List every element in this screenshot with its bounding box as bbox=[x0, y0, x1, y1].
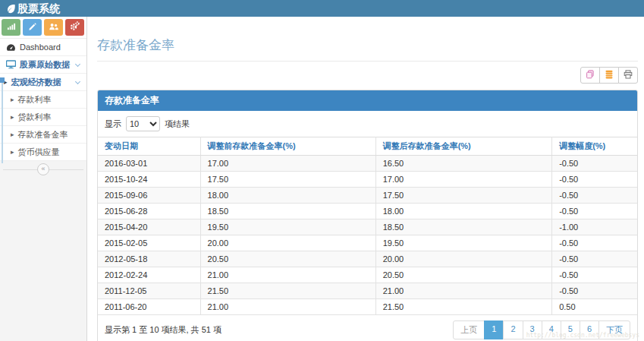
table-cell: -0.50 bbox=[552, 267, 637, 283]
chart-bars-icon bbox=[7, 22, 16, 33]
results-info-label: 显示第 1 至 10 项结果, 共 51 项 bbox=[105, 324, 221, 336]
table-cell: 21.00 bbox=[200, 267, 375, 283]
settings-shortcut-button[interactable] bbox=[65, 19, 84, 36]
sidebar-item-dashboard[interactable]: Dashboard bbox=[0, 39, 86, 56]
table-cell: 2012-02-24 bbox=[98, 267, 200, 283]
table-cell: 0.50 bbox=[552, 299, 637, 315]
table-row: 2015-04-2019.5018.50-1.00 bbox=[98, 219, 637, 235]
edit-shortcut-button[interactable] bbox=[23, 19, 42, 36]
print-button[interactable] bbox=[618, 67, 638, 84]
table-cell: 21.00 bbox=[200, 299, 375, 315]
column-header[interactable]: 变动日期 bbox=[98, 137, 200, 156]
column-header[interactable]: 调整后存款准备金率(%) bbox=[375, 137, 551, 156]
sidebar-subitem-存款准备金率[interactable]: ▸存款准备金率 bbox=[0, 126, 86, 144]
sidebar-subitem-贷款利率[interactable]: ▸贷款利率 bbox=[0, 109, 86, 126]
table-body: 2016-03-0117.0016.50-0.502015-10-2417.50… bbox=[98, 156, 637, 315]
sidebar-subitem-label: 贷款利率 bbox=[18, 112, 52, 123]
sidebar-collapse-row: « bbox=[0, 161, 86, 178]
page-title: 存款准备金率 bbox=[97, 36, 638, 62]
sidebar-item-label: 股票原始数据 bbox=[20, 59, 70, 71]
main-content: 存款准备金率 存款准备金率 显示 10 项结果 变动日期调整前存款准备金率(%)… bbox=[87, 17, 644, 341]
topbar: 股票系统 bbox=[0, 0, 644, 17]
table-cell: -0.50 bbox=[552, 188, 637, 204]
table-cell: 2015-02-05 bbox=[98, 235, 200, 251]
table-cell: 18.00 bbox=[200, 188, 375, 204]
table-cell: -0.50 bbox=[552, 283, 637, 299]
chevron-down-icon bbox=[75, 78, 80, 84]
table-cell: 16.50 bbox=[375, 156, 551, 172]
table-cell: 17.00 bbox=[375, 172, 551, 188]
pagination-page-button-2[interactable]: 2 bbox=[503, 320, 523, 339]
table-row: 2012-02-2421.0020.50-0.50 bbox=[98, 267, 637, 283]
sidebar-item-macro-data[interactable]: ▸ 宏观经济数据 bbox=[0, 74, 86, 91]
page-length-select[interactable]: 10 bbox=[126, 116, 160, 131]
chart-shortcut-button[interactable] bbox=[2, 19, 20, 36]
caret-right-icon: ▸ bbox=[11, 148, 14, 156]
chevron-down-icon bbox=[75, 61, 80, 66]
leaf-icon bbox=[6, 4, 16, 14]
sidebar-subitem-label: 存款利率 bbox=[18, 94, 52, 106]
table-cell: 2015-06-28 bbox=[98, 204, 200, 219]
copy-button[interactable] bbox=[580, 67, 600, 84]
sidebar-collapse-button[interactable]: « bbox=[37, 163, 49, 175]
column-header[interactable]: 调整幅度(%) bbox=[552, 137, 637, 156]
sidebar-shortcuts bbox=[0, 17, 86, 39]
tree-guide-marker bbox=[0, 77, 5, 83]
table-row: 2015-06-2818.5018.00-0.50 bbox=[98, 204, 637, 219]
pagination-prev-button[interactable]: 上页 bbox=[453, 320, 485, 339]
tree-guide-line bbox=[2, 80, 3, 163]
table-row: 2016-03-0117.0016.50-0.50 bbox=[98, 156, 637, 172]
table-cell: 18.00 bbox=[375, 204, 551, 219]
table-cell: 17.50 bbox=[200, 172, 375, 188]
page-length-control: 显示 10 项结果 bbox=[98, 111, 637, 137]
table-cell: 18.50 bbox=[375, 219, 551, 235]
sidebar-item-stock-raw-data[interactable]: 股票原始数据 bbox=[0, 56, 86, 74]
table-cell: 21.00 bbox=[375, 283, 551, 299]
table-header-row: 变动日期调整前存款准备金率(%)调整后存款准备金率(%)调整幅度(%) bbox=[98, 137, 637, 156]
table-cell: 17.00 bbox=[200, 156, 375, 172]
users-shortcut-button[interactable] bbox=[44, 19, 63, 36]
dashboard-icon bbox=[5, 43, 17, 52]
table-row: 2011-06-2021.0021.500.50 bbox=[98, 299, 637, 315]
table-cell: -1.00 bbox=[552, 219, 637, 235]
table-cell: 21.50 bbox=[200, 283, 375, 299]
sidebar-subitem-存款利率[interactable]: ▸存款利率 bbox=[0, 91, 86, 109]
database-icon bbox=[605, 70, 614, 81]
app-brand: 股票系统 bbox=[6, 3, 60, 14]
table-cell: 2011-06-20 bbox=[98, 299, 200, 315]
pagination-page-button-1[interactable]: 1 bbox=[484, 320, 504, 339]
sidebar-menu: Dashboard 股票原始数据 ▸ 宏观经济数据 ▸存款利率▸贷款利率▸存款准… bbox=[0, 39, 86, 161]
export-database-button[interactable] bbox=[599, 67, 619, 84]
users-icon bbox=[49, 22, 58, 33]
copy-icon bbox=[586, 70, 595, 81]
table-cell: -0.50 bbox=[552, 204, 637, 219]
sidebar-subitem-label: 货币供应量 bbox=[18, 147, 60, 158]
table-row: 2015-10-2417.5017.00-0.50 bbox=[98, 172, 637, 188]
table-cell: 2012-05-18 bbox=[98, 251, 200, 267]
table-row: 2011-12-0521.5021.00-0.50 bbox=[98, 283, 637, 299]
table-row: 2012-05-1820.5020.00-0.50 bbox=[98, 251, 637, 267]
table-cell: 19.50 bbox=[375, 235, 551, 251]
table-cell: -0.50 bbox=[552, 156, 637, 172]
table-cell: 20.50 bbox=[200, 251, 375, 267]
table-cell: 2015-09-06 bbox=[98, 188, 200, 204]
sidebar-submenu: ▸存款利率▸贷款利率▸存款准备金率▸货币供应量 bbox=[0, 91, 86, 161]
table-cell: 2015-04-20 bbox=[98, 219, 200, 235]
caret-right-icon: ▸ bbox=[11, 96, 14, 103]
table-cell: -0.50 bbox=[552, 235, 637, 251]
table-cell: 2016-03-01 bbox=[98, 156, 200, 172]
table-cell: 19.50 bbox=[200, 219, 375, 235]
reserve-ratio-table: 变动日期调整前存款准备金率(%)调整后存款准备金率(%)调整幅度(%) 2016… bbox=[98, 137, 637, 315]
export-toolbar bbox=[97, 67, 638, 84]
brand-title: 股票系统 bbox=[17, 3, 60, 14]
column-header[interactable]: 调整前存款准备金率(%) bbox=[200, 137, 375, 156]
monitor-icon bbox=[5, 60, 17, 69]
table-cell: -0.50 bbox=[552, 172, 637, 188]
length-prefix-label: 显示 bbox=[105, 118, 121, 130]
sidebar-item-label: Dashboard bbox=[20, 43, 61, 52]
length-suffix-label: 项结果 bbox=[165, 118, 190, 130]
table-cell: -0.50 bbox=[552, 251, 637, 267]
sidebar-subitem-货币供应量[interactable]: ▸货币供应量 bbox=[0, 144, 86, 161]
watermark-text: http://blog.csdn.net/freewebsys bbox=[526, 332, 639, 339]
gears-icon bbox=[70, 21, 80, 33]
